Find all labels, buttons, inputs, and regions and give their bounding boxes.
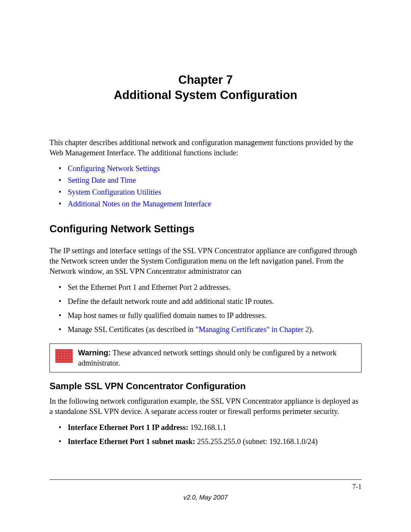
chapter-number: Chapter 7 — [49, 72, 362, 88]
toc-link-list: Configuring Network Settings Setting Dat… — [49, 163, 362, 210]
list-item: Manage SSL Certificates (as described in… — [49, 323, 362, 337]
bullet-text-prefix: Manage SSL Certificates (as described in — [68, 325, 196, 334]
list-item: Configuring Network Settings — [49, 163, 362, 174]
list-item: Setting Date and Time — [49, 174, 362, 186]
bullet-list: Set the Ethernet Port 1 and Ethernet Por… — [49, 280, 362, 337]
document-page: Chapter 7 Additional System Configuratio… — [0, 0, 411, 486]
list-item: Map host names or fully qualified domain… — [49, 308, 362, 323]
page-number: 7-1 — [49, 483, 362, 491]
footer-rule — [49, 479, 362, 480]
bullet-text-suffix: ). — [309, 325, 314, 334]
config-value: 192.168.1.1 — [190, 423, 226, 431]
config-label: Interface Ethernet Port 1 IP address: — [68, 423, 190, 431]
list-item: Interface Ethernet Port 1 subnet mask: 2… — [49, 435, 362, 449]
warning-label: Warning: — [78, 348, 111, 357]
body-paragraph: The IP settings and interface settings o… — [49, 246, 362, 276]
body-paragraph: In the following network configuration e… — [49, 396, 362, 417]
toc-link[interactable]: System Configuration Utilities — [68, 188, 161, 196]
bullet-text: Define the default network route and add… — [68, 297, 274, 305]
warning-callout: Warning: These advanced network settings… — [49, 343, 362, 372]
cross-reference-link[interactable]: "Managing Certificates" in Chapter 2 — [196, 325, 309, 334]
chapter-title: Additional System Configuration — [49, 88, 362, 103]
warning-body: These advanced network settings should o… — [78, 348, 336, 367]
toc-link[interactable]: Setting Date and Time — [68, 176, 136, 184]
bullet-list: Interface Ethernet Port 1 IP address: 19… — [49, 420, 362, 449]
list-item: System Configuration Utilities — [49, 186, 362, 198]
list-item: Additional Notes on the Management Inter… — [49, 198, 362, 210]
section-heading: Configuring Network Settings — [49, 223, 362, 235]
toc-link[interactable]: Configuring Network Settings — [68, 164, 160, 173]
footer-version: v2.0, May 2007 — [49, 494, 362, 502]
chapter-heading: Chapter 7 Additional System Configuratio… — [49, 72, 362, 103]
config-label: Interface Ethernet Port 1 subnet mask: — [68, 437, 197, 446]
page-footer: 7-1 v2.0, May 2007 — [49, 479, 362, 502]
warning-icon — [55, 349, 73, 363]
config-value: 255.255.255.0 (subnet: 192.168.1.0/24) — [197, 437, 318, 446]
subsection-heading: Sample SSL VPN Concentrator Configuratio… — [49, 381, 362, 391]
list-item: Define the default network route and add… — [49, 294, 362, 308]
bullet-text: Set the Ethernet Port 1 and Ethernet Por… — [68, 283, 231, 291]
bullet-text: Map host names or fully qualified domain… — [68, 311, 266, 320]
warning-text: Warning: These advanced network settings… — [78, 348, 356, 368]
list-item: Interface Ethernet Port 1 IP address: 19… — [49, 420, 362, 435]
list-item: Set the Ethernet Port 1 and Ethernet Por… — [49, 280, 362, 294]
intro-paragraph: This chapter describes additional networ… — [49, 137, 362, 158]
toc-link[interactable]: Additional Notes on the Management Inter… — [68, 200, 211, 208]
